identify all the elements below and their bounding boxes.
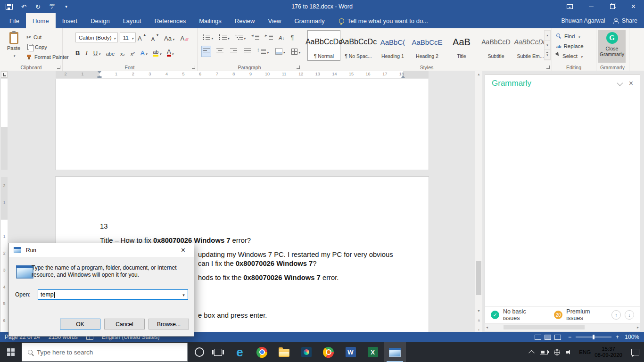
photos-taskbar-button[interactable] <box>295 342 317 362</box>
clipboard-dialog-launcher[interactable] <box>57 66 60 69</box>
excel-taskbar-button[interactable] <box>362 342 384 362</box>
bullets-button[interactable] <box>202 32 214 42</box>
document-text-line[interactable]: 13 <box>100 222 107 230</box>
find-button[interactable]: Find <box>556 32 580 41</box>
document-text-line[interactable]: updating my Windows 7 PC. I restarted my… <box>198 251 393 258</box>
previous-issue-button[interactable] <box>611 310 621 320</box>
open-combobox[interactable]: temp <box>38 289 188 300</box>
share-button[interactable]: Share <box>613 17 637 24</box>
tab-review[interactable]: Review <box>228 13 262 28</box>
combobox-dropdown-icon[interactable] <box>180 291 188 298</box>
styles-gallery-scroll[interactable] <box>544 30 551 60</box>
redo-icon[interactable] <box>35 3 41 10</box>
tab-insert[interactable]: Insert <box>56 13 84 28</box>
taskbar-search[interactable]: Type here to search <box>22 343 188 362</box>
tab-layout[interactable]: Layout <box>116 13 148 28</box>
tell-me-box[interactable]: Tell me what you want to do... <box>339 13 428 28</box>
borders-button[interactable] <box>290 46 301 57</box>
sort-button[interactable] <box>278 32 286 42</box>
show-marks-button[interactable] <box>289 32 294 42</box>
select-button[interactable]: Select <box>556 51 582 60</box>
next-issue-button[interactable] <box>625 310 634 320</box>
clear-formatting-button[interactable] <box>180 33 188 42</box>
text-highlight-button[interactable] <box>153 48 161 57</box>
left-indent-marker[interactable] <box>98 76 102 78</box>
zoom-level[interactable]: 100% <box>623 334 639 340</box>
paste-button[interactable]: Paste <box>3 31 24 63</box>
multilevel-list-button[interactable] <box>234 32 247 42</box>
start-button[interactable] <box>0 342 22 362</box>
line-spacing-button[interactable] <box>256 46 270 57</box>
cortana-button[interactable] <box>195 347 204 357</box>
file-explorer-taskbar-button[interactable] <box>273 342 295 362</box>
spelling-icon[interactable] <box>49 3 55 10</box>
style-title[interactable]: AaBTitle <box>445 30 478 61</box>
grow-font-button[interactable] <box>138 33 145 42</box>
close-button[interactable] <box>623 0 644 13</box>
horizontal-ruler[interactable]: 21123456789101112131415161718 <box>56 71 429 78</box>
scroll-right-icon[interactable] <box>637 325 639 329</box>
panel-horizontal-scrollbar[interactable] <box>485 323 640 331</box>
read-mode-button[interactable] <box>535 335 541 340</box>
shading-button[interactable] <box>274 46 286 57</box>
italic-button[interactable] <box>85 48 87 57</box>
text-effects-button[interactable] <box>140 48 147 57</box>
edge-taskbar-button[interactable] <box>229 342 251 362</box>
document-text-line[interactable]: e box and press enter. <box>198 312 267 319</box>
bold-button[interactable] <box>75 48 80 57</box>
style-no-spac[interactable]: AaBbCcDc¶ No Spac... <box>342 30 375 61</box>
tab-selector[interactable] <box>1 71 8 78</box>
font-dialog-launcher[interactable] <box>192 66 195 69</box>
dialog-close-button[interactable] <box>173 243 194 257</box>
decrease-indent-button[interactable] <box>251 32 260 42</box>
zoom-slider[interactable] <box>576 337 611 337</box>
battery-icon[interactable] <box>540 350 548 354</box>
user-name[interactable]: Bhuwan Agarwal <box>561 17 605 24</box>
gallery-scroll-down-icon[interactable] <box>545 41 550 50</box>
font-color-button[interactable] <box>167 48 173 57</box>
document-vertical-scrollbar[interactable] <box>475 71 482 332</box>
collapse-panel-icon[interactable] <box>617 80 623 86</box>
numbering-button[interactable] <box>218 32 231 42</box>
chrome-taskbar-button[interactable] <box>251 342 273 362</box>
network-icon[interactable] <box>554 349 560 355</box>
tab-design[interactable]: Design <box>84 13 116 28</box>
zoom-slider-thumb[interactable] <box>593 335 594 339</box>
scroll-left-icon[interactable] <box>486 325 488 329</box>
style-heading-1[interactable]: AaBbC(Heading 1 <box>376 30 409 61</box>
premium-issues-label[interactable]: Premium issues <box>566 308 608 321</box>
input-language[interactable]: ENG <box>579 349 591 355</box>
ribbon-display-options-button[interactable] <box>559 0 580 13</box>
customize-icon[interactable] <box>63 3 69 10</box>
minimize-button[interactable] <box>580 0 602 13</box>
font-name-select[interactable]: Calibri (Body) <box>75 33 118 42</box>
scrollbar-track[interactable] <box>489 325 636 329</box>
hidden-icons-icon[interactable] <box>528 350 535 356</box>
style-normal[interactable]: AaBbCcDc¶ Normal <box>307 30 340 61</box>
run-taskbar-button[interactable] <box>384 342 406 362</box>
scroll-down-icon[interactable] <box>475 309 482 313</box>
style-subtle-em[interactable]: AaBbCcDuSubtle Em... <box>514 30 547 61</box>
gallery-scroll-up-icon[interactable] <box>545 31 550 41</box>
change-case-button[interactable] <box>164 33 174 42</box>
strikethrough-button[interactable] <box>106 48 115 57</box>
align-right-button[interactable] <box>229 46 238 57</box>
taskbar-clock[interactable]: 15:37 08-09-2020 <box>591 346 626 359</box>
align-center-button[interactable] <box>215 46 224 57</box>
restore-button[interactable] <box>602 0 623 13</box>
zoom-in-button[interactable] <box>616 334 619 340</box>
web-layout-button[interactable] <box>554 335 561 340</box>
tab-file[interactable]: File <box>3 13 26 28</box>
font-size-select[interactable]: 11 <box>120 33 136 42</box>
subscript-button[interactable] <box>120 48 125 57</box>
style-subtitle[interactable]: AaBbCcDSubtitle <box>479 30 512 61</box>
print-layout-button[interactable] <box>545 335 551 340</box>
tab-grammarly[interactable]: Grammarly <box>288 13 331 28</box>
scroll-up-icon[interactable] <box>475 73 482 76</box>
vertical-ruler[interactable]: 21123456 <box>1 79 8 332</box>
zoom-out-button[interactable] <box>568 334 571 340</box>
run-dialog-titlebar[interactable]: Run <box>9 243 194 257</box>
tab-home[interactable]: Home <box>26 13 56 28</box>
document-text-line[interactable]: hods to fix the 0x80070026 Windows 7 err… <box>198 274 339 281</box>
action-center-button[interactable] <box>626 349 644 355</box>
